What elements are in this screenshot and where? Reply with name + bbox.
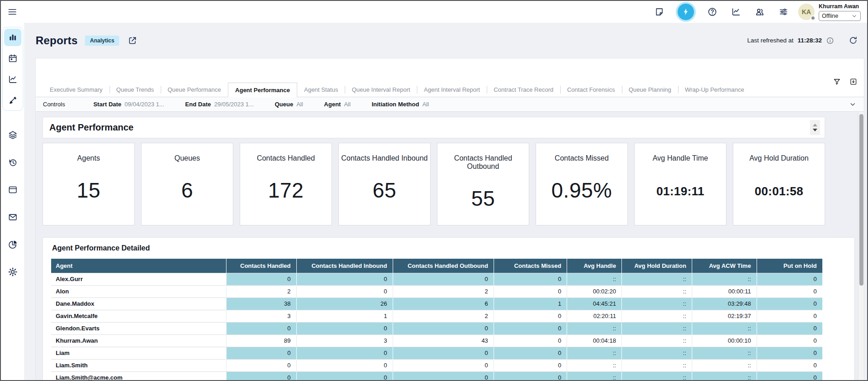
sidebar-item-calendar[interactable] (4, 50, 21, 67)
quick-connect-button[interactable] (678, 4, 694, 20)
value-cell: 0 (226, 347, 296, 359)
value-cell: 04:45:21 (567, 297, 622, 310)
detail-card: Agent Performance Detailed AgentContacts… (42, 237, 855, 380)
column-header-contacts-handled-inbound[interactable]: Contacts Handled Inbound (296, 259, 393, 273)
contacts-button[interactable] (754, 6, 765, 17)
column-header-agent[interactable]: Agent (51, 259, 226, 273)
sidebar-item-settings[interactable] (4, 263, 21, 281)
filter-initiation-method[interactable]: Initiation MethodAll (372, 101, 429, 108)
table-row[interactable]: Alex.Gurr0000::::::0 (51, 273, 822, 285)
table-row[interactable]: Glendon.Evarts0000::::::0 (51, 322, 822, 334)
scrollbar-thumb[interactable] (859, 114, 863, 286)
filter-agent[interactable]: AgentAll (324, 101, 351, 108)
tab-queue-planning[interactable]: Queue Planning (622, 83, 678, 97)
spinner-down-icon[interactable] (813, 129, 817, 131)
section-title: Agent Performance (49, 122, 134, 133)
sidebar-item-layers[interactable] (4, 126, 21, 144)
filter-end-date[interactable]: End Date29/05/2023 1... (185, 101, 254, 108)
value-cell: 0 (757, 322, 822, 334)
detail-title: Agent Performance Detailed (52, 244, 846, 252)
kpi-label: Avg Handle Time (635, 154, 726, 162)
tab-agent-status[interactable]: Agent Status (297, 83, 345, 97)
last-refreshed-time: 11:28:32 (798, 37, 822, 44)
table-row[interactable]: Khurram.Awan89343000:04:18::00:00:100 (51, 334, 822, 347)
preferences-button[interactable] (778, 6, 789, 17)
sidebar-item-metrics[interactable] (4, 71, 21, 88)
table-row[interactable]: Gavin.Metcalfe312002:20:11::02:19:370 (51, 310, 822, 322)
kpi-value: 55 (437, 186, 529, 211)
table-row[interactable]: Alon202000:02:20::00:00:110 (51, 285, 822, 297)
sidebar-item-dashboards[interactable] (4, 236, 21, 253)
sidebar-item-workspace[interactable] (4, 181, 21, 198)
value-cell: 0 (393, 322, 494, 334)
table-row[interactable]: Liam.Smith@acme.com0000::::::0 (51, 371, 822, 380)
controls-bar: Controls Start Date09/04/2023 1...End Da… (36, 97, 864, 112)
external-link-icon[interactable] (127, 36, 137, 46)
filter-icon[interactable] (833, 78, 841, 86)
column-header-contacts-missed[interactable]: Contacts Missed (494, 259, 567, 273)
info-icon[interactable] (826, 37, 834, 45)
filter-label: Agent (324, 101, 341, 108)
sidebar-item-reports[interactable] (4, 29, 21, 46)
gear-icon (8, 267, 18, 277)
trend-icon (8, 74, 18, 84)
value-cell: 0 (757, 297, 822, 310)
filter-start-date[interactable]: Start Date09/04/2023 1... (93, 101, 164, 108)
lightning-icon (681, 7, 690, 16)
table-row[interactable]: Dane.Maddox38266104:45:21::03:29:480 (51, 297, 822, 310)
scroll-spinner[interactable] (810, 120, 820, 135)
menu-icon[interactable] (7, 7, 17, 17)
avatar: KA (798, 4, 815, 20)
sidebar-group-primary (2, 27, 23, 111)
value-cell: 02:19:37 (692, 310, 757, 322)
value-cell: 38 (226, 297, 296, 310)
value-cell: 2 (393, 310, 494, 322)
refresh-icon[interactable] (848, 36, 858, 45)
controls-filters: Start Date09/04/2023 1...End Date29/05/2… (93, 101, 849, 108)
kpi-card-queues: Queues6 (141, 143, 233, 225)
filter-value: All (344, 101, 350, 108)
mail-icon (8, 212, 18, 222)
vertical-scrollbar[interactable] (858, 112, 864, 380)
tab-agent-interval-report[interactable]: Agent Interval Report (417, 83, 487, 97)
value-cell: 0 (226, 359, 296, 371)
spinner-up-icon[interactable] (813, 124, 817, 126)
status-select[interactable]: Offline (819, 11, 861, 21)
sidebar-item-design[interactable] (4, 92, 21, 109)
collapse-controls-icon[interactable] (849, 100, 857, 108)
tab-queue-interval-report[interactable]: Queue Interval Report (345, 83, 417, 97)
column-header-avg-handle[interactable]: Avg Handle (567, 259, 622, 273)
last-refreshed-label: Last refreshed at (747, 37, 793, 44)
table-row[interactable]: Liam.Smith0000::::::0 (51, 359, 822, 371)
tab-executive-summary[interactable]: Executive Summary (43, 83, 110, 97)
column-header-put-on-hold[interactable]: Put on Hold (757, 259, 822, 273)
value-cell: 43 (393, 334, 494, 347)
kpi-value: 01:19:11 (635, 184, 726, 198)
note-icon (654, 7, 664, 17)
tab-wrap-up-performance[interactable]: Wrap-Up Performance (678, 83, 751, 97)
value-cell: :: (692, 322, 757, 334)
sidebar-item-mail[interactable] (4, 209, 21, 226)
column-header-avg-acw-time[interactable]: Avg ACW Time (692, 259, 757, 273)
value-cell: :: (567, 371, 622, 380)
download-icon[interactable] (849, 78, 857, 86)
value-cell: 0 (296, 285, 393, 297)
kpi-value: 65 (339, 178, 430, 203)
help-button[interactable] (707, 6, 718, 17)
notes-button[interactable] (654, 6, 665, 17)
column-header-contacts-handled[interactable]: Contacts Handled (226, 259, 296, 273)
sidebar-item-history[interactable] (4, 154, 21, 171)
user-name: Khurram Awan (819, 3, 861, 10)
table-row[interactable]: Liam0000::::::0 (51, 347, 822, 359)
filter-queue[interactable]: QueueAll (275, 101, 303, 108)
tab-agent-performance[interactable]: Agent Performance (228, 83, 297, 97)
tab-queue-performance[interactable]: Queue Performance (161, 83, 228, 97)
value-cell: :: (622, 322, 692, 334)
column-header-contacts-handled-outbound[interactable]: Contacts Handled Outbound (393, 259, 494, 273)
user-menu[interactable]: KA Khurram Awan Offline (798, 3, 861, 21)
tab-queue-trends[interactable]: Queue Trends (110, 83, 161, 97)
column-header-avg-hold-duration[interactable]: Avg Hold Duration (622, 259, 692, 273)
tab-contract-trace-record[interactable]: Contract Trace Record (487, 83, 560, 97)
metrics-button[interactable] (731, 6, 742, 17)
tab-contact-forensics[interactable]: Contact Forensics (560, 83, 622, 97)
